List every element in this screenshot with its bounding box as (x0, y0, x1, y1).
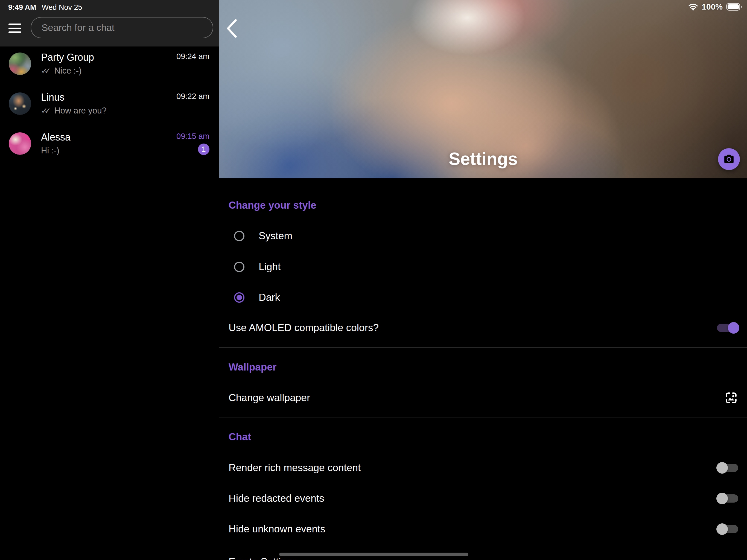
chat-last-message: How are you? (54, 106, 106, 116)
home-indicator[interactable] (279, 553, 468, 556)
chat-sidebar: 9:49 AM Wed Nov 25 Party Group ✓✓ Nice :… (0, 0, 219, 560)
image-icon (724, 391, 738, 405)
render-rich-content-toggle[interactable] (717, 462, 738, 474)
hide-unknown-events-toggle[interactable] (717, 524, 738, 535)
status-time: 9:49 AM (8, 3, 36, 12)
chat-name: Linus (41, 92, 166, 103)
battery-percent: 100% (702, 2, 723, 11)
hide-unknown-events-row[interactable]: Hide unknown events (229, 518, 738, 540)
chat-name: Alessa (41, 131, 166, 143)
back-button[interactable] (224, 18, 241, 40)
chat-list: Party Group ✓✓ Nice :-) 09:24 am Linus ✓… (0, 44, 219, 163)
section-header-style: Change your style (229, 195, 738, 216)
chat-timestamp: 09:15 am (176, 132, 209, 141)
radio-label: Light (259, 261, 281, 273)
sidebar-header: 9:49 AM Wed Nov 25 (0, 0, 219, 47)
chat-search-field[interactable] (31, 17, 213, 38)
status-date: Wed Nov 25 (42, 3, 82, 12)
hide-redacted-events-toggle[interactable] (717, 493, 738, 504)
radio-label: Dark (259, 292, 280, 303)
change-avatar-button[interactable] (718, 148, 740, 170)
chat-list-item-party-group[interactable]: Party Group ✓✓ Nice :-) 09:24 am (0, 44, 219, 84)
theme-option-system[interactable]: System (229, 225, 738, 247)
chat-name: Party Group (41, 52, 166, 63)
status-bar-left: 9:49 AM Wed Nov 25 (8, 3, 82, 12)
page-title: Settings (219, 149, 747, 169)
search-input[interactable] (41, 22, 203, 33)
amoled-colors-row[interactable]: Use AMOLED compatible colors? (229, 317, 738, 339)
camera-icon (723, 153, 735, 165)
unread-count-badge: 1 (198, 144, 209, 155)
render-rich-content-row[interactable]: Render rich message content (229, 457, 738, 479)
radio-label: System (259, 230, 292, 242)
chat-timestamp: 09:24 am (176, 52, 209, 61)
radio-button-unselected[interactable] (234, 231, 244, 241)
chat-last-message: Hi :-) (41, 146, 59, 156)
radio-button-unselected[interactable] (234, 262, 244, 272)
status-bar-right: 100% (688, 2, 742, 11)
hide-redacted-events-row[interactable]: Hide redacted events (229, 487, 738, 509)
section-divider (219, 347, 747, 348)
avatar (9, 93, 31, 115)
change-wallpaper-row[interactable]: Change wallpaper (229, 387, 738, 409)
radio-button-selected[interactable] (234, 292, 244, 303)
avatar (9, 132, 31, 155)
chat-list-item-linus[interactable]: Linus ✓✓ How are you? 09:22 am (0, 84, 219, 124)
chevron-left-icon (224, 18, 241, 40)
read-receipt-icon: ✓✓ (41, 66, 51, 75)
theme-option-light[interactable]: Light (229, 256, 738, 278)
settings-panel: 100% Settings Change your style System (219, 0, 747, 560)
profile-header-photo: 100% Settings (219, 0, 747, 178)
chat-timestamp: 09:22 am (176, 92, 209, 101)
wifi-icon (688, 3, 698, 11)
section-header-wallpaper: Wallpaper (229, 356, 738, 378)
amoled-toggle[interactable] (717, 322, 738, 334)
chat-last-message: Nice :-) (54, 66, 81, 76)
section-divider (219, 417, 747, 418)
chat-list-item-alessa[interactable]: Alessa Hi :-) 09:15 am 1 (0, 124, 219, 163)
read-receipt-icon: ✓✓ (41, 106, 51, 116)
theme-option-dark[interactable]: Dark (229, 286, 738, 308)
hamburger-menu-icon[interactable] (8, 24, 21, 33)
battery-icon (726, 3, 742, 11)
avatar (9, 52, 31, 75)
section-header-chat: Chat (229, 426, 738, 448)
